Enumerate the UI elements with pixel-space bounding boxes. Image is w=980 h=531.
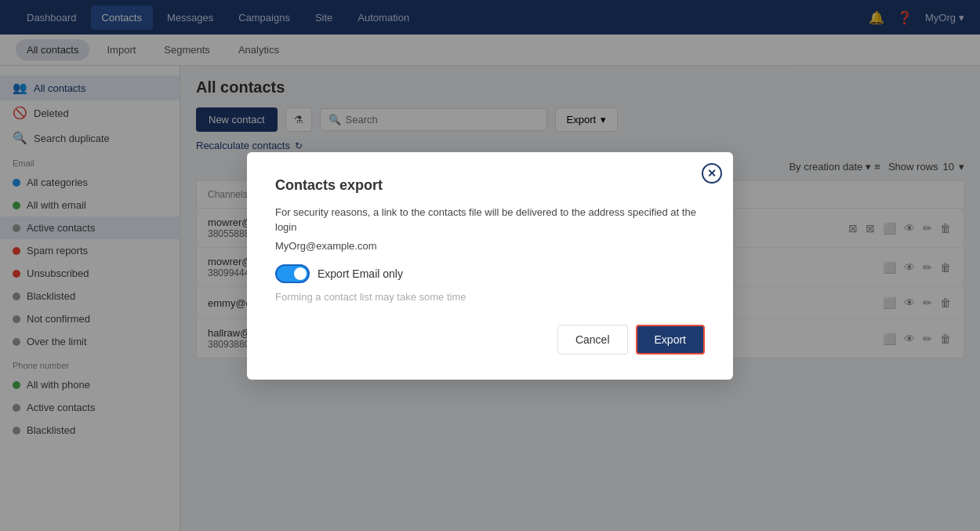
modal-overlay: ✕ Contacts export For security reasons, … [0, 0, 980, 531]
modal-email: MyOrg@example.com [275, 240, 705, 252]
modal-close-button[interactable]: ✕ [702, 163, 722, 184]
toggle-thumb [294, 267, 307, 280]
export-confirm-button[interactable]: Export [636, 325, 705, 355]
modal-hint: Forming a contact list may take some tim… [275, 291, 705, 303]
cancel-button[interactable]: Cancel [557, 325, 628, 355]
export-email-toggle[interactable] [275, 264, 310, 283]
modal-description: For security reasons, a link to the cont… [275, 205, 705, 235]
toggle-label: Export Email only [318, 267, 403, 280]
export-modal: ✕ Contacts export For security reasons, … [247, 152, 733, 380]
modal-footer: Cancel Export [275, 325, 705, 355]
toggle-row: Export Email only [275, 264, 705, 283]
modal-title: Contacts export [275, 177, 705, 194]
